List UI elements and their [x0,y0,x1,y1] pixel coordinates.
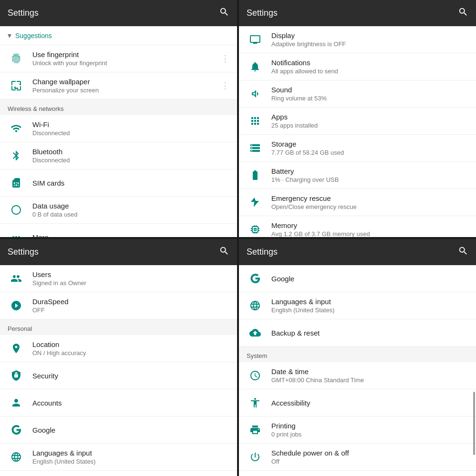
wifi-subtitle: Disconnected [32,129,229,137]
sound-icon [247,85,264,102]
apps-title: Apps [271,113,468,121]
setting-datetime[interactable]: Date & time GMT+08:00 China Standard Tim… [239,362,476,389]
printing-icon [247,421,264,438]
setting-use-fingerprint[interactable]: Use fingerprint Unlock with your fingerp… [0,45,237,72]
duraspeed-subtitle: OFF [32,307,229,314]
language-subtitle-bl: English (United States) [32,458,229,465]
memory-subtitle: Avg 1.2 GB of 3.7 GB memory used [271,230,468,237]
setting-text-accessibility: Accessibility [271,399,468,407]
google-title-bl: Google [32,426,229,434]
setting-text-backup-br: Backup & reset [271,329,468,337]
users-title-bl: Users [32,270,229,278]
setting-schedule-power[interactable]: Schedule power on & off Off [239,444,476,471]
users-subtitle-bl: Signed in as Owner [32,279,229,287]
setting-users-bl[interactable]: Users Signed in as Owner [0,265,237,292]
setting-text-apps: Apps 25 apps installed [271,113,468,129]
search-icon-tr[interactable] [458,7,468,20]
content-bottom-left: Users Signed in as Owner DuraSpeed OFF P… [0,265,237,476]
setting-google-br[interactable]: Google [239,265,476,292]
content-bottom-right: Google Languages & input English (United… [239,265,476,476]
memory-icon [247,221,264,237]
setting-duraspeed[interactable]: DuraSpeed OFF [0,292,237,319]
google-title-br: Google [271,275,468,283]
search-icon-bl[interactable] [219,246,229,258]
battery-subtitle: 1% · Charging over USB [271,176,468,183]
setting-text-google-br: Google [271,275,468,283]
storage-icon [247,139,264,157]
setting-emergency[interactable]: Emergency rescue Open/Close emergency re… [239,189,476,216]
setting-battery[interactable]: Battery 1% · Charging over USB [239,162,476,189]
accounts-title: Accounts [32,399,229,407]
datetime-subtitle: GMT+08:00 China Standard Time [271,377,468,384]
schedule-power-title: Schedule power on & off [271,449,468,457]
language-icon-bl [8,448,25,466]
setting-text-printing: Printing 0 print jobs [271,422,468,438]
setting-sim[interactable]: SIM cards [0,169,237,197]
setting-printing[interactable]: Printing 0 print jobs [239,416,476,444]
search-icon-tl[interactable] [219,7,229,20]
section-system: System [239,347,476,362]
setting-display[interactable]: Display Adaptive brightness is OFF [239,26,476,53]
setting-text-more: More [32,233,229,238]
setting-data-usage[interactable]: Data usage 0 B of data used [0,197,237,224]
setting-text-google-bl: Google [32,426,229,434]
setting-apps[interactable]: Apps 25 apps installed [239,108,476,135]
setting-sound[interactable]: Sound Ring volume at 53% [239,80,476,108]
setting-change-wallpaper[interactable]: Change wallpaper Personalize your screen… [0,72,237,99]
setting-accessibility[interactable]: Accessibility [239,389,476,416]
language-title-br: Languages & input [271,298,468,306]
setting-text-datetime: Date & time GMT+08:00 China Standard Tim… [271,367,468,384]
data-icon [8,201,25,218]
setting-text-fingerprint: Use fingerprint Unlock with your fingerp… [32,50,217,67]
panel-top-left: Settings ▾ Suggestions Use fingerprint U… [0,0,237,237]
header-title-tr: Settings [247,8,278,18]
backup-icon-br [247,324,264,341]
language-title-bl: Languages & input [32,449,229,457]
setting-more[interactable]: More [0,224,237,237]
datetime-icon [247,367,264,384]
datetime-title: Date & time [271,367,468,376]
emergency-title: Emergency rescue [271,194,468,202]
setting-storage[interactable]: Storage 7.77 GB of 58.24 GB used [239,135,476,162]
setting-language-br[interactable]: Languages & input English (United States… [239,292,476,319]
setting-language-bl[interactable]: Languages & input English (United States… [0,444,237,471]
storage-subtitle: 7.77 GB of 58.24 GB used [271,149,468,156]
apps-icon [247,112,264,129]
setting-text-bluetooth: Bluetooth Disconnected [32,148,229,164]
sim-icon [8,174,25,191]
suggestions-header[interactable]: ▾ Suggestions [0,26,237,45]
setting-text-storage: Storage 7.77 GB of 58.24 GB used [271,140,468,156]
battery-icon [247,167,264,184]
setting-text-schedule-power: Schedule power on & off Off [271,449,468,465]
schedule-power-icon [247,448,264,466]
section-personal: Personal [0,319,237,335]
setting-text-memory: Memory Avg 1.2 GB of 3.7 GB memory used [271,221,468,237]
setting-bluetooth[interactable]: Bluetooth Disconnected [0,142,237,169]
more-icon-fingerprint: ⋮ [217,53,229,64]
setting-text-accounts: Accounts [32,399,229,407]
setting-backup-bl[interactable]: Backup & reset [0,471,237,476]
setting-about-phone[interactable]: About phone Android 7.1.1 [239,471,476,476]
data-subtitle: 0 B of data used [32,211,229,218]
setting-google-bl[interactable]: Google [0,416,237,444]
setting-text-sim: SIM cards [32,179,229,187]
setting-wifi[interactable]: Wi-Fi Disconnected [0,115,237,142]
setting-backup-br[interactable]: Backup & reset [239,319,476,347]
google-icon-br [247,270,264,287]
accounts-icon [8,394,25,411]
setting-security[interactable]: Security [0,362,237,389]
setting-location[interactable]: Location ON / High accuracy [0,335,237,362]
more-horiz-icon [8,228,25,237]
panel-top-right: Settings Display Adaptive brightness is … [239,0,476,237]
wallpaper-title: Change wallpaper [32,78,217,86]
emergency-subtitle: Open/Close emergency rescue [271,203,468,210]
sim-title: SIM cards [32,179,229,187]
setting-memory[interactable]: Memory Avg 1.2 GB of 3.7 GB memory used [239,216,476,237]
search-icon-br[interactable] [458,246,468,258]
accessibility-title: Accessibility [271,399,468,407]
fingerprint-icon [8,50,25,67]
setting-notifications[interactable]: Notifications All apps allowed to send [239,53,476,80]
notifications-icon [247,58,264,75]
setting-accounts[interactable]: Accounts [0,389,237,416]
chevron-icon: ▾ [8,31,11,40]
